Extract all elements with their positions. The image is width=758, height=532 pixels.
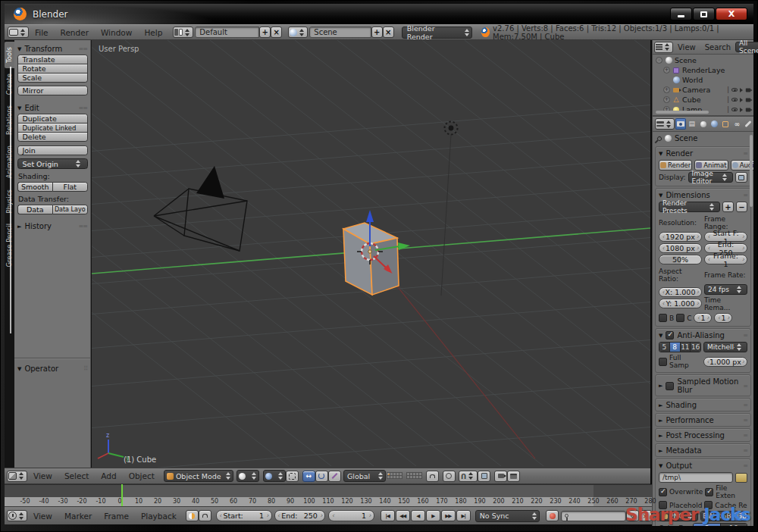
outliner-item-renderlaye[interactable]: +RenderLaye [653, 65, 753, 75]
transform-orientation-dropdown[interactable]: Global [343, 470, 386, 482]
frame-start-input[interactable]: ‹Start:1› [216, 510, 272, 521]
3dview-menu-select[interactable]: Select [58, 471, 95, 480]
mirror-button[interactable]: Mirror [17, 86, 88, 95]
layer-cell[interactable] [399, 475, 402, 479]
snap-target-button[interactable] [478, 471, 490, 482]
render-display-dropdown[interactable]: Image Editor [688, 172, 733, 183]
toolshelf-tab-tools[interactable]: Tools [5, 42, 14, 68]
pin-icon[interactable] [656, 135, 662, 141]
frame-step-field[interactable]: ‹Frame: 1› [704, 255, 747, 264]
data-transfer-layout-button[interactable]: Data Layo [52, 205, 88, 214]
data-transfer-data-button[interactable]: Data [17, 205, 53, 214]
add-preset-button[interactable]: + [722, 202, 734, 212]
expander-icon[interactable]: + [663, 96, 670, 103]
scene-name-input[interactable]: Scene [309, 27, 371, 38]
visibility-eye-icon[interactable] [731, 108, 738, 111]
menu-help[interactable]: Help [138, 28, 168, 37]
proportional-edit-toggle[interactable] [443, 471, 456, 482]
scene-selector-icon[interactable] [288, 27, 308, 38]
timeline-editor-type-icon[interactable] [7, 510, 27, 521]
3dview-editor-type-icon[interactable] [7, 471, 27, 482]
transform-panel-header[interactable]: ▼Transform≡≡ [14, 42, 90, 55]
layers-grid-1[interactable] [387, 473, 402, 479]
expander-icon[interactable]: + [663, 67, 670, 74]
jump-to-end-button[interactable]: ▶| [456, 510, 471, 521]
selectability-cursor-icon[interactable] [740, 88, 743, 92]
outliner-item-scene[interactable]: -Scene [653, 55, 753, 65]
modifiers-tab[interactable] [743, 118, 753, 130]
frame-rate-dropdown[interactable]: 24 fps [704, 284, 747, 295]
resolution-y-field[interactable]: ‹1080 px› [659, 243, 702, 253]
panel-header-shading[interactable]: ►Shading≡ [656, 399, 750, 411]
editor-type-selector[interactable] [8, 27, 29, 38]
resolution-x-field[interactable]: ‹1920 px› [659, 232, 702, 242]
constraints-tab[interactable]: ∞ [731, 118, 742, 130]
rotate-manipulator-toggle[interactable] [315, 471, 328, 482]
lock-to-scene-toggle[interactable] [426, 471, 439, 482]
render-panel-header[interactable]: ▼Render≡ [656, 147, 750, 159]
edit-panel-header[interactable]: ▼Edit≡≡ [14, 102, 90, 114]
menu-render[interactable]: Render [55, 28, 95, 37]
aa-sample-5[interactable]: 5 [659, 343, 670, 352]
join-button[interactable]: Join [17, 146, 88, 155]
aspect-y-field[interactable]: ‹Y: 1.000› [659, 299, 702, 308]
timeline-ruler[interactable]: -50-40-30-20-100102030405060708090100110… [5, 497, 652, 506]
render-engine-dropdown[interactable]: Blender Render [402, 27, 472, 39]
aa-sample-16[interactable]: 16 [691, 343, 700, 352]
minimize-button[interactable] [670, 8, 692, 20]
pivot-point-dropdown[interactable] [263, 470, 286, 482]
outliner-item-camera[interactable]: +Camera| [653, 85, 753, 95]
timeline-menu-view[interactable]: View [27, 512, 58, 521]
outliner-editor-type-icon[interactable] [654, 42, 673, 53]
browse-folder-button[interactable] [735, 473, 747, 483]
snap-dropdown[interactable]: U [459, 471, 478, 482]
add-scene-button[interactable]: + [371, 27, 383, 38]
shade-flat-button[interactable]: Flat [52, 182, 88, 192]
set-origin-dropdown[interactable]: Set Origin [17, 158, 88, 169]
render-layers-tab[interactable]: ▤ [687, 118, 697, 130]
menu-window[interactable]: Window [95, 28, 138, 37]
timeline-canvas[interactable] [5, 484, 652, 497]
renderability-camera-icon[interactable] [746, 88, 750, 92]
translate-manipulator-toggle[interactable]: ↔ [302, 471, 315, 482]
file-extensions-checkbox[interactable] [705, 488, 713, 496]
panel-header-metadata[interactable]: ►Metadata≡ [656, 444, 750, 456]
antialiasing-panel-header[interactable]: ▼ Anti-Aliasing≡ [656, 329, 750, 341]
screen-layout-name-input[interactable]: Default [195, 27, 259, 38]
world-tab[interactable] [709, 118, 720, 130]
aa-sample-11[interactable]: 11 [681, 343, 691, 352]
outliner-display-mode-dropdown[interactable]: All Scene [735, 42, 758, 52]
3dview-menu-object[interactable]: Object [123, 471, 161, 480]
outliner-scrollbar[interactable] [656, 111, 709, 114]
3dview-menu-add[interactable]: Add [95, 471, 122, 480]
crop-checkbox[interactable] [676, 314, 684, 322]
history-panel-header[interactable]: ►History≡≡ [14, 220, 90, 232]
keying-highlight-toggle[interactable] [186, 510, 199, 521]
layer-cell[interactable] [418, 475, 422, 479]
frame-end-input[interactable]: ‹End:250› [274, 510, 326, 521]
output-panel-header[interactable]: ▼Output≡ [656, 459, 750, 471]
render-presets-dropdown[interactable]: Render Presets [659, 202, 720, 212]
pixel-filter-size-field[interactable]: ‹1.000 px› [703, 357, 747, 367]
render-still-button[interactable]: Render [659, 160, 692, 171]
outliner-menu-search[interactable]: Search [700, 43, 735, 52]
manipulate-center-points-toggle[interactable] [286, 471, 299, 482]
add-layout-button[interactable]: + [259, 27, 271, 38]
outliner-item-cube[interactable]: +△Cube| [653, 95, 753, 105]
border-checkbox[interactable] [659, 314, 667, 322]
3d-viewport[interactable]: z y User Persp (1) Cube [92, 40, 650, 468]
viewport-shading-dropdown[interactable] [236, 470, 259, 482]
output-path-field[interactable]: /tmp\ [659, 472, 733, 483]
panel-header-post-processing[interactable]: ►Post Processing≡ [656, 429, 750, 441]
lock-time-cursor-toggle[interactable] [199, 510, 211, 521]
properties-editor-type-icon[interactable] [655, 118, 675, 130]
panel-checkbox[interactable] [666, 382, 674, 390]
screen-layout-icon[interactable] [173, 27, 193, 38]
active-keying-set-field[interactable] [561, 511, 626, 521]
sync-mode-dropdown[interactable]: No Sync [475, 510, 540, 522]
outliner-item-world[interactable]: World [653, 75, 753, 85]
overwrite-checkbox[interactable] [659, 488, 667, 496]
resolution-percentage-slider[interactable]: 50% [659, 255, 702, 264]
remove-preset-button[interactable]: − [736, 202, 747, 212]
3dview-menu-view[interactable]: View [27, 471, 58, 480]
